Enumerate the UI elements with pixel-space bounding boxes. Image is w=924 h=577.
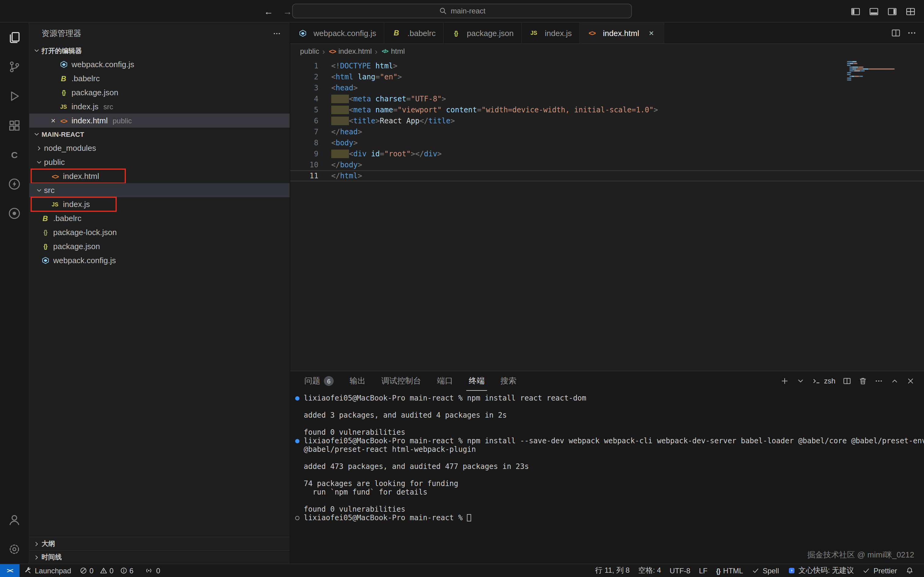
status-comate[interactable]: 文心快码: 无建议 — [783, 564, 858, 577]
activity-bar-item-extension-ring[interactable] — [0, 198, 29, 228]
json-lock-icon: {} — [40, 229, 50, 236]
status-cursor-position[interactable]: 行 11, 列 8 — [591, 564, 634, 577]
toggle-sidebar-icon[interactable] — [851, 6, 861, 16]
braces-icon: {} — [716, 567, 720, 574]
open-editor-.babelrc[interactable]: B.babelrc — [29, 71, 290, 85]
launch-profile-icon[interactable] — [793, 374, 808, 388]
more-actions-icon[interactable] — [871, 374, 886, 388]
minimap[interactable] — [847, 61, 900, 81]
tree-item-webpack.config.js[interactable]: webpack.config.js — [29, 253, 290, 268]
activity-bar-item-extensions[interactable] — [0, 111, 29, 140]
tabs: webpack.config.js B.babelrc {}package.js… — [290, 23, 664, 44]
status-launchpad[interactable]: Launchpad — [19, 564, 76, 577]
tree-item-src[interactable]: src — [29, 183, 290, 197]
chevron-down-icon — [34, 185, 44, 195]
split-terminal-icon[interactable] — [840, 374, 855, 388]
status-encoding[interactable]: UTF-8 — [665, 564, 695, 577]
breadcrumb-separator: › — [375, 47, 378, 56]
extension-ring-icon — [8, 207, 21, 219]
activity-bar-item-settings[interactable] — [0, 534, 29, 564]
forward-button[interactable]: → — [283, 6, 292, 16]
command-center-text: main-react — [451, 7, 485, 15]
code-line-3: 3<head> — [290, 82, 924, 93]
toggle-panel-icon[interactable] — [869, 6, 879, 16]
tab-index.js[interactable]: JSindex.js — [522, 23, 580, 44]
customize-layout-icon[interactable] — [906, 6, 916, 16]
open-editor-webpack.config.js[interactable]: webpack.config.js — [29, 57, 290, 71]
close-icon[interactable]: × — [646, 28, 656, 38]
breadcrumb-index.html[interactable]: <>index.html — [328, 47, 372, 56]
code-line-4: 4 <meta charset="UTF-8"> — [290, 93, 924, 105]
close-panel-icon[interactable] — [903, 374, 918, 388]
tree-item-.babelrc[interactable]: B.babelrc — [29, 211, 290, 225]
command-center[interactable]: main-react — [292, 4, 632, 18]
terminal[interactable]: lixiaofei05@MacBook-Pro main-react % npm… — [290, 391, 924, 564]
chevron-right-icon — [32, 539, 42, 549]
status-language-mode[interactable]: {}HTML — [712, 564, 747, 577]
activity-bar-item-accounts[interactable] — [0, 505, 29, 534]
timeline-section[interactable]: 时间线 — [29, 550, 290, 564]
project-header[interactable]: MAIN-REACT — [29, 127, 290, 141]
more-actions-icon[interactable] — [273, 29, 281, 37]
kill-terminal-icon[interactable] — [856, 374, 870, 388]
outline-section[interactable]: 大纲 — [29, 537, 290, 550]
tab-webpack.config.js[interactable]: webpack.config.js — [290, 23, 384, 44]
tree-item-node_modules[interactable]: node_modules — [29, 141, 290, 155]
activity-bar-item-explorer[interactable] — [0, 23, 29, 52]
code-editor[interactable]: 1<!DOCTYPE html>2<html lang="en">3<head>… — [290, 59, 924, 371]
toggle-secondary-sidebar-icon[interactable] — [887, 6, 897, 16]
tab-package.json[interactable]: {}package.json — [444, 23, 522, 44]
close-icon[interactable]: × — [48, 116, 59, 125]
line-number: 10 — [290, 160, 331, 170]
status-indentation[interactable]: 空格: 4 — [634, 564, 666, 577]
open-editor-index.html[interactable]: × <>index.html public — [29, 114, 290, 127]
tab-index.html[interactable]: <>index.html × — [580, 23, 664, 44]
open-editor-package.json[interactable]: {}package.json — [29, 85, 290, 100]
terminal-icon — [813, 377, 821, 385]
back-button[interactable]: ← — [264, 6, 273, 16]
panel-tab-输出[interactable]: 输出 — [347, 371, 368, 391]
terminal-profile[interactable]: zsh — [809, 377, 838, 385]
status-ports[interactable]: 0 — [141, 564, 165, 577]
tree-item-public[interactable]: public — [29, 155, 290, 169]
more-actions-icon[interactable] — [907, 28, 917, 38]
panel-tab-搜索[interactable]: 搜索 — [498, 371, 519, 391]
webpack-icon — [59, 60, 68, 68]
panel-tab-调试控制台[interactable]: 调试控制台 — [379, 371, 423, 391]
maximize-panel-icon[interactable] — [887, 374, 902, 388]
terminal-line — [290, 402, 924, 411]
history-nav: ← → — [264, 0, 292, 23]
breadcrumb-public[interactable]: public — [300, 47, 319, 56]
open-editors-header[interactable]: 打开的编辑器 — [29, 44, 290, 57]
status-eol[interactable]: LF — [695, 564, 712, 577]
tree-item-package-lock.json[interactable]: {}package-lock.json — [29, 225, 290, 239]
tree-item-index.html[interactable]: <>index.html — [29, 169, 290, 183]
split-editor-icon[interactable] — [891, 28, 901, 38]
status-spell-checker[interactable]: Spell — [747, 564, 783, 577]
tree-item-package.json[interactable]: {}package.json — [29, 239, 290, 253]
status-right: 行 11, 列 8空格: 4UTF-8LF{}HTMLSpell文心快码: 无建… — [591, 564, 924, 577]
file-tree: node_modulespublic<>index.htmlsrcJSindex… — [29, 141, 290, 268]
run-debug-icon — [8, 89, 21, 102]
panel-tab-问题[interactable]: 问题 6 — [302, 371, 336, 391]
status-problems[interactable]: 006 — [76, 564, 141, 577]
line-number: 8 — [290, 137, 331, 148]
tree-item-index.js[interactable]: JSindex.js — [29, 197, 290, 211]
status-prettier[interactable]: Prettier — [858, 564, 901, 577]
bell-icon — [906, 567, 914, 575]
open-editor-index.js[interactable]: JSindex.js src — [29, 100, 290, 114]
status-notifications[interactable] — [901, 564, 918, 577]
new-terminal-icon[interactable] — [778, 374, 792, 388]
activity-bar-item-run-debug[interactable] — [0, 81, 29, 111]
layout-controls — [851, 0, 916, 23]
activity-bar-item-extension-lightning[interactable] — [0, 169, 29, 198]
panel-tab-终端[interactable]: 终端 — [466, 371, 487, 391]
status-left: ><Launchpad0060 — [0, 564, 165, 577]
breadcrumb-html[interactable]: </>html — [381, 47, 405, 56]
activity-bar-item-source-control[interactable] — [0, 52, 29, 81]
activity-bar-item-extension-c[interactable]: C — [0, 140, 29, 169]
tab-.babelrc[interactable]: B.babelrc — [384, 23, 444, 44]
status-remote-indicator[interactable]: >< — [0, 564, 19, 577]
terminal-line: added 473 packages, and audited 477 pack… — [290, 462, 924, 471]
panel-tab-端口[interactable]: 端口 — [435, 371, 455, 391]
